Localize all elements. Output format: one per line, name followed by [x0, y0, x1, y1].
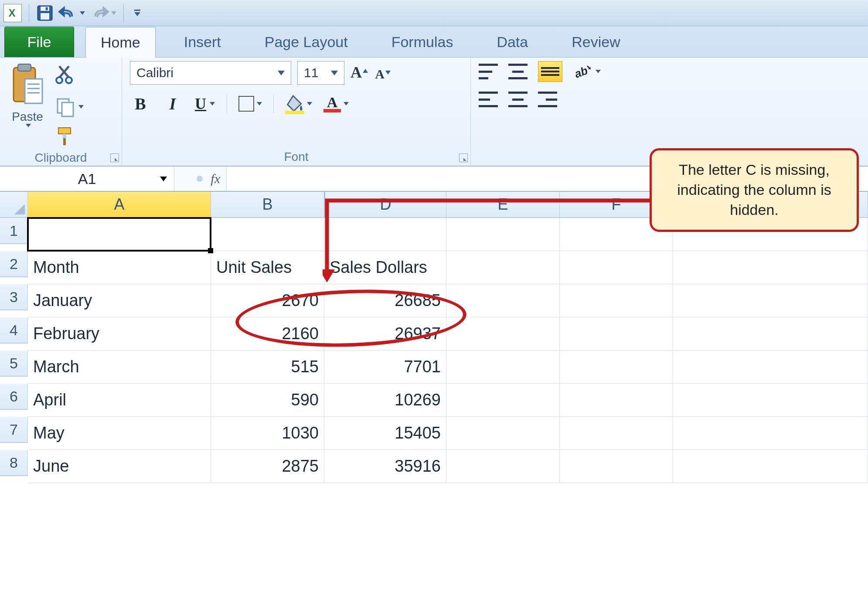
cell[interactable] — [446, 384, 560, 417]
cell[interactable] — [560, 317, 673, 350]
row-header[interactable]: 5 — [0, 350, 28, 377]
cell[interactable] — [673, 317, 868, 350]
cell[interactable]: 2875 — [211, 450, 324, 483]
borders-dropdown-icon[interactable] — [257, 102, 262, 105]
underline-button[interactable]: U — [194, 93, 215, 114]
cell[interactable] — [560, 284, 673, 317]
row-header[interactable]: 2 — [0, 251, 28, 277]
align-center-button[interactable] — [508, 92, 528, 107]
chevron-down-icon[interactable] — [160, 177, 167, 181]
cell[interactable] — [446, 350, 560, 384]
file-tab[interactable]: File — [4, 27, 74, 57]
cell[interactable] — [446, 251, 560, 284]
cell[interactable]: 1030 — [211, 417, 324, 450]
name-box[interactable]: A1 — [0, 167, 174, 191]
align-bottom-button[interactable] — [538, 61, 562, 82]
align-right-button[interactable] — [538, 92, 557, 107]
cell[interactable]: 590 — [211, 384, 324, 417]
fill-color-button[interactable] — [285, 93, 312, 114]
cell[interactable]: 15405 — [324, 417, 446, 450]
paste-button[interactable] — [8, 61, 47, 109]
font-color-button[interactable]: A — [323, 94, 349, 113]
cell[interactable]: Unit Sales — [211, 251, 324, 284]
cell[interactable] — [446, 284, 560, 317]
increase-font-size-button[interactable]: A — [351, 64, 368, 82]
align-left-button[interactable] — [479, 92, 498, 107]
cell[interactable] — [446, 218, 560, 251]
customize-qat-button[interactable] — [133, 10, 141, 16]
cell[interactable] — [673, 417, 868, 450]
tab-insert[interactable]: Insert — [169, 27, 236, 57]
tab-home[interactable]: Home — [85, 27, 156, 58]
orientation-button[interactable]: ab — [573, 62, 601, 81]
font-name-select[interactable]: Calibri — [130, 61, 291, 85]
cell[interactable] — [673, 450, 868, 483]
font-color-dropdown-icon[interactable] — [344, 102, 349, 105]
cut-button[interactable] — [55, 64, 84, 88]
cell[interactable] — [211, 218, 324, 251]
copy-dropdown-icon[interactable] — [78, 105, 84, 109]
font-size-select[interactable]: 11 — [297, 61, 344, 85]
bold-button[interactable]: B — [130, 93, 151, 114]
cell[interactable]: 7701 — [324, 350, 446, 384]
row-header[interactable]: 1 — [0, 218, 28, 244]
row-header[interactable]: 8 — [0, 450, 28, 476]
cell[interactable]: 10269 — [324, 384, 446, 417]
cell[interactable]: Month — [28, 251, 211, 284]
cell-A1[interactable] — [28, 218, 211, 251]
worksheet-grid[interactable]: A B D E F 1 2 Month Unit Sales Sales Dol… — [0, 192, 868, 483]
paste-dropdown-icon[interactable] — [26, 124, 31, 127]
cell[interactable]: January — [28, 284, 211, 317]
cell[interactable] — [673, 350, 868, 384]
decrease-font-size-button[interactable]: A — [374, 64, 391, 82]
cell[interactable] — [560, 251, 673, 284]
column-header-A[interactable]: A — [28, 192, 211, 218]
cell[interactable]: June — [28, 450, 211, 483]
format-painter-button[interactable] — [55, 126, 84, 150]
align-middle-button[interactable] — [508, 64, 528, 79]
cell[interactable] — [560, 384, 673, 417]
clipboard-dialog-launcher[interactable] — [110, 153, 119, 162]
select-all-cell[interactable] — [0, 192, 28, 218]
app-icon[interactable]: X — [3, 4, 22, 22]
cell[interactable]: 26937 — [324, 317, 446, 350]
save-button[interactable] — [36, 4, 54, 22]
undo-button[interactable] — [58, 5, 85, 21]
row-header[interactable]: 6 — [0, 384, 28, 410]
cell[interactable]: March — [28, 350, 211, 384]
undo-dropdown-icon[interactable] — [80, 11, 85, 15]
font-dialog-launcher[interactable] — [459, 153, 468, 162]
cell[interactable]: 2670 — [211, 284, 324, 317]
row-header[interactable]: 3 — [0, 284, 28, 310]
column-header-E[interactable]: E — [446, 192, 560, 218]
cell[interactable] — [446, 417, 560, 450]
orientation-dropdown-icon[interactable] — [596, 70, 601, 73]
cell[interactable] — [446, 317, 560, 350]
align-top-button[interactable] — [479, 64, 498, 79]
row-header[interactable]: 7 — [0, 417, 28, 443]
cell[interactable]: 35916 — [324, 450, 446, 483]
underline-dropdown-icon[interactable] — [210, 102, 215, 105]
copy-button[interactable] — [55, 96, 84, 117]
cell[interactable] — [673, 284, 868, 317]
cell[interactable] — [446, 450, 560, 483]
cell[interactable]: 2160 — [211, 317, 324, 350]
fx-icon[interactable]: fx — [211, 171, 220, 186]
cell[interactable]: Sales Dollars — [324, 251, 446, 284]
tab-formulas[interactable]: Formulas — [376, 27, 469, 57]
cell[interactable]: April — [28, 384, 211, 417]
cell[interactable] — [560, 450, 673, 483]
cell[interactable] — [560, 350, 673, 384]
borders-button[interactable] — [238, 96, 262, 112]
redo-button[interactable] — [89, 5, 116, 21]
cell[interactable] — [673, 251, 868, 284]
column-header-D[interactable]: D — [324, 192, 446, 218]
column-header-B[interactable]: B — [211, 192, 324, 218]
cell[interactable]: 26685 — [324, 284, 446, 317]
fill-color-dropdown-icon[interactable] — [307, 102, 312, 105]
row-header[interactable]: 4 — [0, 317, 28, 344]
cell[interactable]: May — [28, 417, 211, 450]
fill-handle[interactable] — [208, 248, 213, 253]
italic-button[interactable]: I — [162, 93, 183, 114]
cell[interactable]: February — [28, 317, 211, 350]
